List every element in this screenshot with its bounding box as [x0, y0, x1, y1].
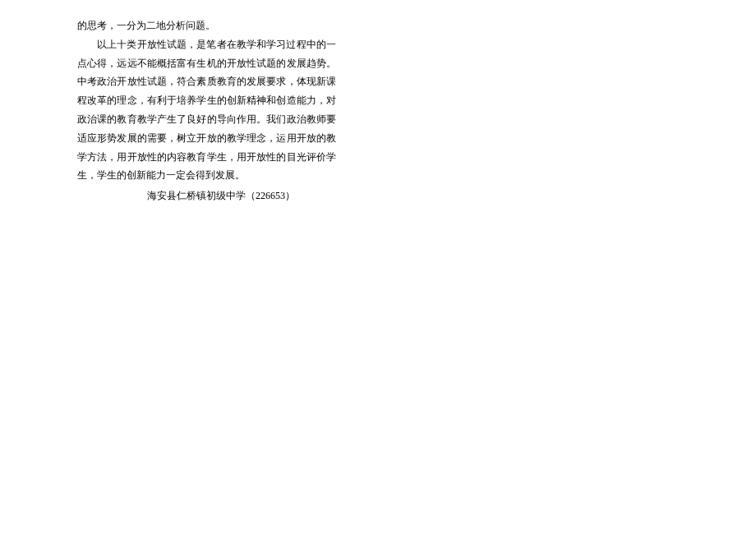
paragraph-fragment-end: 的思考，一分为二地分析问题。 — [77, 16, 336, 35]
document-content: 的思考，一分为二地分析问题。 以上十类开放性试题，是笔者在教学和学习过程中的一点… — [77, 16, 336, 205]
paragraph-conclusion: 以上十类开放性试题，是笔者在教学和学习过程中的一点心得，远远不能概括富有生机的开… — [77, 35, 336, 185]
byline: 海安县仁桥镇初级中学（226653） — [106, 187, 336, 205]
